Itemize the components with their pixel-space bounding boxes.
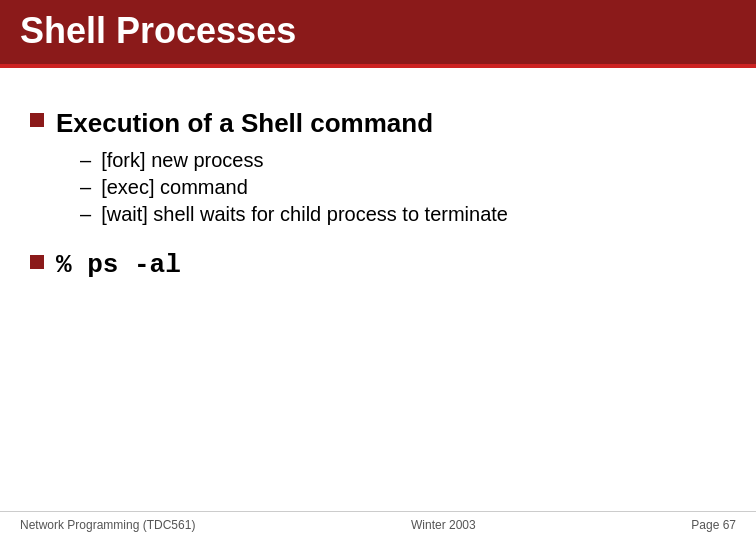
sub-bullets-execution: – [fork] new process – [exec] command – …: [80, 149, 726, 226]
main-bullet-ps: % ps -al: [30, 250, 726, 280]
dash-icon-fork: –: [80, 149, 91, 172]
dash-icon-wait: –: [80, 203, 91, 226]
main-bullet-execution: Execution of a Shell command: [30, 108, 726, 139]
ps-command-text: % ps -al: [56, 250, 181, 280]
slide-footer: Network Programming (TDC561) Winter 2003…: [0, 511, 756, 532]
section-execution: Execution of a Shell command – [fork] ne…: [30, 108, 726, 226]
section-ps: % ps -al: [30, 250, 726, 280]
sub-bullet-wait: – [wait] shell waits for child process t…: [80, 203, 726, 226]
dash-icon-exec: –: [80, 176, 91, 199]
execution-heading: Execution of a Shell command: [56, 108, 433, 139]
content-area: Execution of a Shell command – [fork] ne…: [0, 88, 756, 324]
footer-right: Page 67: [691, 518, 736, 532]
title-underline: [0, 64, 756, 68]
title-bar: Shell Processes: [0, 0, 756, 64]
sub-bullet-fork-text: [fork] new process: [101, 149, 263, 172]
sub-bullet-fork: – [fork] new process: [80, 149, 726, 172]
bullet-square-icon: [30, 113, 44, 127]
slide-title: Shell Processes: [20, 10, 296, 51]
footer-left: Network Programming (TDC561): [20, 518, 195, 532]
bullet-square-icon-ps: [30, 255, 44, 269]
slide-container: Shell Processes Execution of a Shell com…: [0, 0, 756, 540]
footer-center: Winter 2003: [411, 518, 476, 532]
sub-bullet-exec-text: [exec] command: [101, 176, 248, 199]
sub-bullet-wait-text: [wait] shell waits for child process to …: [101, 203, 508, 226]
sub-bullet-exec: – [exec] command: [80, 176, 726, 199]
